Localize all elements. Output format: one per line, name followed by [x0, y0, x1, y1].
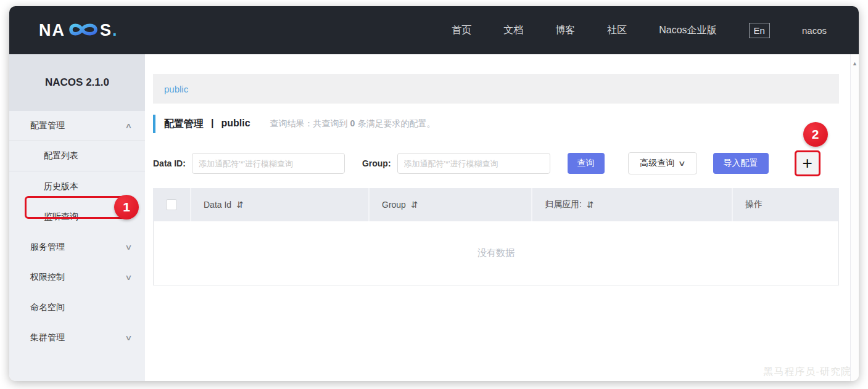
nav-docs[interactable]: 文档	[503, 24, 523, 37]
column-label: 归属应用:	[545, 199, 582, 210]
add-config-wrapper: + 2	[795, 150, 820, 176]
sidebar-item-label: 历史版本	[44, 181, 78, 192]
sidebar-item-config-management[interactable]: 配置管理 ∧	[9, 111, 145, 141]
result-count: 0	[350, 118, 355, 128]
nav-home[interactable]: 首页	[452, 24, 471, 37]
data-id-label: Data ID:	[153, 158, 186, 168]
sidebar-item-cluster-management[interactable]: 集群管理 ∨	[9, 322, 145, 353]
group-input[interactable]	[397, 153, 550, 174]
nav-blog[interactable]: 博客	[555, 24, 575, 37]
sort-icon[interactable]: ⇵	[236, 200, 244, 210]
logo-dot: .	[112, 21, 118, 40]
annotation-step1-badge: 1	[114, 195, 139, 219]
scrollbar[interactable]: ▲	[850, 54, 859, 381]
table-body-empty: 没有数据	[153, 221, 839, 285]
advanced-query-label: 高级查询	[640, 158, 674, 169]
top-navbar: NA S . 首页 文档 博客 社区 Nacos企业版 En	[9, 6, 859, 54]
empty-state-text: 没有数据	[477, 247, 515, 259]
namespace-tab-public[interactable]: public	[164, 84, 188, 94]
sidebar-item-config-list[interactable]: 配置列表	[9, 141, 145, 171]
column-data-id[interactable]: Data Id ⇵	[191, 188, 370, 221]
annotation-step2-badge: 2	[803, 122, 828, 147]
chevron-down-icon: ∨	[125, 243, 132, 252]
select-all-checkbox[interactable]	[166, 199, 177, 210]
watermark-text: 黑马程序员-研究院	[764, 366, 851, 379]
sort-icon[interactable]: ⇵	[411, 200, 418, 210]
user-menu[interactable]: nacos	[802, 25, 827, 36]
nav-community[interactable]: 社区	[607, 24, 627, 37]
sidebar-item-label: 配置管理	[30, 120, 65, 131]
advanced-query-button[interactable]: 高级查询 ∨	[628, 152, 697, 174]
sidebar-item-label: 集群管理	[30, 332, 65, 343]
title-separator: |	[211, 118, 213, 131]
column-group[interactable]: Group ⇵	[370, 188, 532, 221]
namespace-bar: public	[153, 74, 839, 104]
chevron-down-icon: ∨	[125, 334, 132, 342]
query-button[interactable]: 查询	[568, 153, 605, 174]
plus-icon: +	[802, 153, 812, 174]
column-label: Data Id	[204, 200, 231, 210]
nav-enterprise[interactable]: Nacos企业版	[659, 24, 716, 37]
add-config-button[interactable]: +	[795, 150, 820, 176]
nav-menu: 首页 文档 博客 社区 Nacos企业版 En nacos	[452, 23, 827, 38]
header-checkbox-cell	[153, 188, 191, 221]
page-heading-row: 配置管理 | public 查询结果：共查询到0条满足要求的配置。	[153, 115, 839, 133]
import-config-button[interactable]: 导入配置	[713, 153, 769, 174]
sidebar-item-label: 监听查询	[44, 211, 78, 223]
main-content: public 配置管理 | public 查询结果：共查询到0条满足要求的配置。…	[145, 54, 850, 381]
sidebar-version-title: NACOS 2.1.0	[9, 54, 145, 111]
sidebar-item-label: 服务管理	[30, 242, 65, 253]
logo-text-right: S	[100, 21, 112, 40]
infinity-icon	[67, 22, 99, 42]
table-header: Data Id ⇵ Group ⇵ 归属应用: ⇵ 操作	[153, 188, 839, 221]
logo-text-left: NA	[39, 21, 65, 40]
page-title-text: 配置管理	[164, 118, 204, 131]
title-namespace: public	[221, 118, 250, 131]
sort-icon[interactable]: ⇵	[587, 200, 594, 210]
sidebar-item-permission-control[interactable]: 权限控制 ∨	[9, 262, 145, 292]
nacos-console-window: NA S . 首页 文档 博客 社区 Nacos企业版 En	[9, 6, 859, 381]
sidebar-item-label: 配置列表	[44, 150, 78, 162]
column-label: 操作	[745, 199, 763, 210]
sidebar-item-namespace[interactable]: 命名空间	[9, 292, 145, 322]
sidebar-item-label: 权限控制	[30, 272, 65, 283]
sidebar-item-label: 命名空间	[30, 302, 65, 313]
chevron-down-icon: ∨	[125, 273, 132, 282]
data-id-input[interactable]	[192, 153, 345, 174]
chevron-up-icon: ∧	[125, 121, 132, 130]
sidebar-item-service-management[interactable]: 服务管理 ∨	[9, 232, 145, 262]
search-form: Data ID: Group: 查询 高级查询 ∨ 导入配置 + 2	[153, 150, 839, 176]
group-label: Group:	[362, 158, 391, 168]
column-application[interactable]: 归属应用: ⇵	[532, 188, 733, 221]
column-operations: 操作	[733, 188, 839, 221]
config-table: Data Id ⇵ Group ⇵ 归属应用: ⇵ 操作 没有数据	[153, 188, 839, 285]
page-title: 配置管理 | public	[164, 118, 250, 131]
sidebar: NACOS 2.1.0 配置管理 ∧ 配置列表 历史版本 监听查询 服务管理 ∨…	[9, 54, 145, 381]
query-result-summary: 查询结果：共查询到0条满足要求的配置。	[270, 118, 436, 129]
column-label: Group	[382, 200, 406, 210]
scroll-up-arrow-icon[interactable]: ▲	[852, 60, 858, 67]
chevron-down-icon: ∨	[678, 159, 686, 168]
nacos-logo[interactable]: NA S .	[39, 19, 118, 42]
language-toggle[interactable]: En	[749, 23, 770, 38]
